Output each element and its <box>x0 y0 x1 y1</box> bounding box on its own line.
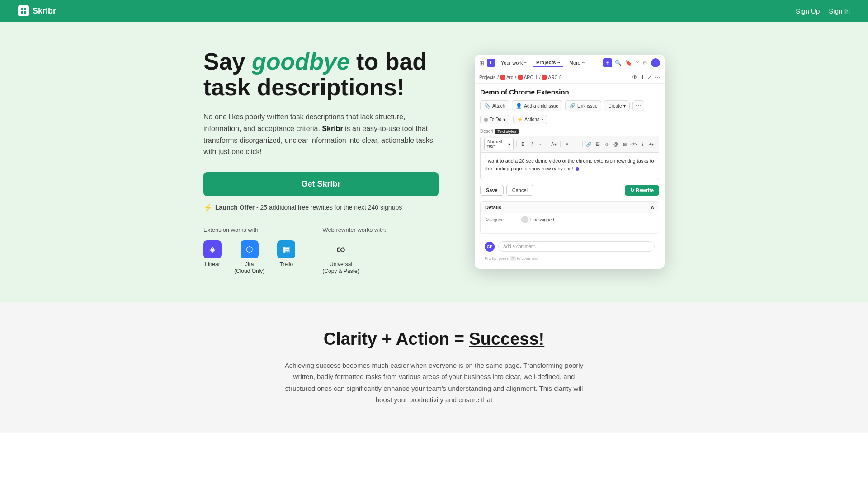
add-child-btn[interactable]: 👤 Add a child issue <box>512 100 562 111</box>
search-icon[interactable]: 🔍 <box>615 60 622 66</box>
ss-body: Demo of Chrome Extension 📎 Attach 👤 Add … <box>475 84 665 269</box>
rewrite-btn[interactable]: ↻ Rewrite <box>625 185 659 196</box>
text-styles-tooltip: Text styles <box>495 129 519 134</box>
launch-offer: ⚡ Launch Offer - 25 additional free rewr… <box>203 203 439 212</box>
save-btn[interactable]: Save <box>480 185 504 196</box>
app-jira: ⬡ Jira(Cloud Only) <box>234 240 264 275</box>
style-select[interactable]: Normal text ▾ <box>484 138 514 150</box>
mention-btn[interactable]: @ <box>612 140 619 148</box>
status-dot <box>484 118 488 122</box>
svg-rect-2 <box>21 11 23 14</box>
app-linear: ◈ Linear <box>203 240 222 267</box>
hero-content: Say goodbye to bad task descriptions! No… <box>203 49 439 275</box>
works-with-row: Extension works with: ◈ Linear ⬡ Jira(Cl… <box>203 226 439 275</box>
comment-input[interactable]: Add a comment... <box>498 241 655 252</box>
grid-icon: ⊞ <box>479 60 484 66</box>
ss-nav-more[interactable]: More ~ <box>566 59 588 67</box>
settings-icon[interactable]: ⚙ <box>642 60 647 66</box>
eye-icon[interactable]: 👁 <box>632 74 637 80</box>
works-with: Extension works with: ◈ Linear ⬡ Jira(Cl… <box>203 226 439 275</box>
ss-issue-title: Demo of Chrome Extension <box>480 88 659 96</box>
breadcrumb-arc[interactable]: Arc <box>506 75 513 80</box>
cta-button[interactable]: Get Skribr <box>203 172 439 196</box>
svg-rect-1 <box>24 8 26 10</box>
more-format-btn[interactable]: ⋯ <box>538 140 545 148</box>
bold-btn[interactable]: B <box>519 140 527 148</box>
ss-breadcrumb: Projects / Arc / ARC-1 / ARC-8 👁 <box>475 71 665 84</box>
breadcrumb-arc1[interactable]: ARC-1 <box>524 75 538 80</box>
user-avatar <box>651 58 660 67</box>
editor-cursor <box>576 167 579 171</box>
ss-details-header: Details ∧ <box>481 202 659 213</box>
attach-icon: 📎 <box>484 103 491 109</box>
bottom-title: Clarity + Action = Success! <box>18 329 850 349</box>
app-universal: ∞ Universal(Copy & Paste) <box>322 240 359 275</box>
link-icon: 🔗 <box>569 103 576 109</box>
ss-editor: Normal text ▾ B I ⋯ A▾ ≡ ⋮ 🔗 <box>480 136 659 180</box>
attach-btn[interactable]: 📎 Attach <box>480 100 509 111</box>
svg-rect-3 <box>24 11 26 14</box>
ss-editor-body[interactable]: I want to add a 20 sec demo video of the… <box>481 153 659 180</box>
overflow-icon[interactable]: ⋯ <box>655 74 660 80</box>
hero-section: Say goodbye to bad task descriptions! No… <box>0 22 868 302</box>
text-color-btn[interactable]: A▾ <box>550 140 557 148</box>
linear-icon: ◈ <box>203 240 222 258</box>
numbered-btn[interactable]: ⋮ <box>572 140 580 148</box>
screenshot-container: ⊞ L Your work ~ Projects ~ More ~ + 🔍 🔖 … <box>475 55 665 269</box>
breadcrumb-arc8[interactable]: ARC-8 <box>548 75 561 80</box>
signin-link[interactable]: Sign In <box>829 7 850 15</box>
image-btn[interactable]: 🖼 <box>594 140 601 148</box>
table-btn[interactable]: ⊞ <box>621 140 628 148</box>
ss-nav-projects[interactable]: Projects ~ <box>533 58 563 67</box>
extension-icons: ◈ Linear ⬡ Jira(Cloud Only) ▦ Trello <box>203 240 295 275</box>
trello-icon: ▦ <box>277 240 295 258</box>
add-child-icon: 👤 <box>516 103 522 109</box>
more-btn[interactable]: ⋯ <box>632 100 644 111</box>
arc1-icon <box>518 75 523 80</box>
link-issue-btn[interactable]: 🔗 Link issue <box>565 100 601 111</box>
ss-protip: Pro tip: press M to comment <box>480 254 659 264</box>
emoji-btn[interactable]: ☺ <box>603 140 610 148</box>
ss-top-icons: 🔍 🔖 ? ⚙ <box>615 58 660 67</box>
toolbar-sep-3 <box>560 141 561 147</box>
help-icon[interactable]: ? <box>636 60 639 66</box>
share-icon[interactable]: ↗ <box>647 74 652 80</box>
actions-btn[interactable]: ⚡ Actions ~ <box>513 115 547 124</box>
ss-nav-yourwork[interactable]: Your work ~ <box>498 59 530 67</box>
comment-avatar: CP <box>485 242 495 252</box>
arc8-icon <box>542 75 547 80</box>
signup-link[interactable]: Sign Up <box>796 7 820 15</box>
navbar: Skribr Sign Up Sign In <box>0 0 868 22</box>
web-section: Web rewriter works with: ∞ Universal(Cop… <box>322 226 386 275</box>
universal-icon: ∞ <box>332 240 350 258</box>
ss-topbar: ⊞ L Your work ~ Projects ~ More ~ + 🔍 🔖 … <box>475 55 665 71</box>
italic-btn[interactable]: I <box>528 140 536 148</box>
info-btn[interactable]: ℹ <box>639 140 646 148</box>
status-badge[interactable]: To Do ▾ <box>480 115 509 124</box>
bookmark-icon[interactable]: 🔖 <box>625 60 632 66</box>
unassigned-icon <box>521 216 528 223</box>
hero-subtitle: No one likes poorly written task descrip… <box>203 111 439 157</box>
logo-icon <box>18 5 29 16</box>
app-screenshot: ⊞ L Your work ~ Projects ~ More ~ + 🔍 🔖 … <box>475 55 665 269</box>
ss-plus-btn[interactable]: + <box>603 58 612 67</box>
cancel-btn[interactable]: Cancel <box>506 185 533 196</box>
bottom-text: Achieving success becomes much easier wh… <box>280 360 588 406</box>
add-btn[interactable]: +▾ <box>648 140 655 148</box>
ss-editor-toolbar: Normal text ▾ B I ⋯ A▾ ≡ ⋮ 🔗 <box>481 136 659 153</box>
web-icons: ∞ Universal(Copy & Paste) <box>322 240 386 275</box>
ss-details: Details ∧ Assignee Unassigned <box>480 201 659 234</box>
upload-icon[interactable]: ⬆ <box>640 74 645 80</box>
ss-logo-icon: L <box>487 59 495 67</box>
toolbar-sep-2 <box>547 141 547 147</box>
toolbar-sep-1 <box>516 141 517 147</box>
ss-btn-row: Save Cancel ↻ Rewrite <box>480 185 659 196</box>
code-btn[interactable]: </> <box>630 140 637 148</box>
breadcrumb-projects[interactable]: Projects <box>479 75 495 80</box>
app-trello: ▦ Trello <box>277 240 295 267</box>
create-btn[interactable]: Create ▾ <box>604 100 630 111</box>
arc-icon <box>500 75 505 80</box>
bullets-btn[interactable]: ≡ <box>563 140 571 148</box>
link-btn[interactable]: 🔗 <box>585 140 592 148</box>
collapse-icon[interactable]: ∧ <box>651 204 654 210</box>
